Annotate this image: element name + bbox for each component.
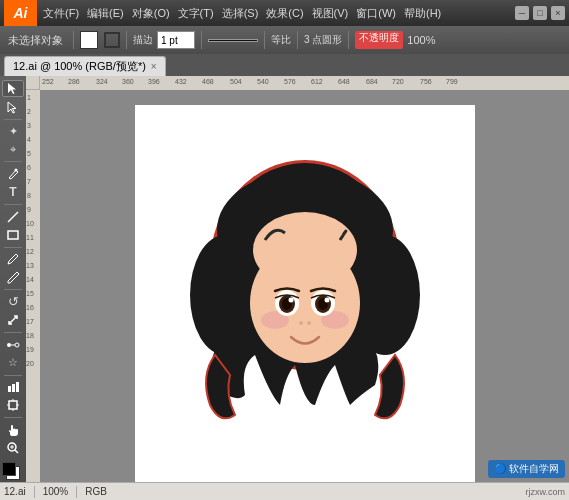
ruler-v-label-5: 6 <box>27 164 31 171</box>
minimize-button[interactable]: ─ <box>515 6 529 20</box>
toolbar-separator-3 <box>201 31 202 49</box>
tool-separator-7 <box>4 375 22 376</box>
direct-selection-tool-btn[interactable] <box>2 99 24 115</box>
chart-tool-btn[interactable] <box>2 379 24 395</box>
svg-line-3 <box>8 212 18 222</box>
ruler-v-label-2: 3 <box>27 122 31 129</box>
close-button[interactable]: × <box>551 6 565 20</box>
scale-tool-btn[interactable] <box>2 312 24 328</box>
ruler-v-label-18: 19 <box>26 346 34 353</box>
stroke-style-selector[interactable] <box>208 39 258 42</box>
brush-tool-btn[interactable] <box>2 251 24 267</box>
watermark-badge: 🔵 软件自学网 <box>488 460 565 478</box>
type-tool-btn[interactable]: T <box>2 184 24 200</box>
symbol-tool-btn[interactable]: ☆ <box>2 355 24 371</box>
selection-label: 未选择对象 <box>4 31 67 50</box>
tool-separator-2 <box>4 161 22 162</box>
menu-window[interactable]: 窗口(W) <box>356 6 396 21</box>
menu-edit[interactable]: 编辑(E) <box>87 6 124 21</box>
selection-tool-btn[interactable] <box>2 80 24 97</box>
tab-close-button[interactable]: × <box>151 61 157 72</box>
tool-separator-6 <box>4 332 22 333</box>
ruler-v-label-9: 10 <box>26 220 34 227</box>
ruler-v-label-8: 9 <box>27 206 31 213</box>
ruler-h-label-3: 360 <box>122 78 134 85</box>
pen-tool-btn[interactable] <box>2 166 24 182</box>
ruler-h-label-15: 799 <box>446 78 458 85</box>
maximize-button[interactable]: □ <box>533 6 547 20</box>
ruler-v-label-6: 7 <box>27 178 31 185</box>
hand-tool-btn[interactable] <box>2 422 24 438</box>
menu-object[interactable]: 对象(O) <box>132 6 170 21</box>
tool-separator-1 <box>4 119 22 120</box>
tab-label: 12.ai @ 100% (RGB/预览*) <box>13 59 146 74</box>
rotate-tool-btn[interactable]: ↺ <box>2 294 24 310</box>
stroke-width-input[interactable] <box>157 31 195 49</box>
svg-marker-1 <box>8 102 16 113</box>
svg-point-39 <box>307 321 311 325</box>
stroke-label: 描边 <box>133 33 153 47</box>
app-logo: Ai <box>4 0 37 26</box>
blend-tool-btn[interactable] <box>2 337 24 353</box>
status-sep-2 <box>76 486 77 498</box>
magic-wand-tool-btn[interactable]: ✦ <box>2 123 24 139</box>
ruler-row: 252 286 324 360 396 432 468 504 540 576 … <box>26 76 569 90</box>
pencil-tool-btn[interactable] <box>2 269 24 285</box>
stroke-color-btn[interactable] <box>104 32 120 48</box>
ruler-corner <box>26 76 40 90</box>
ruler-h-label-14: 756 <box>420 78 432 85</box>
toolbar-separator-4 <box>264 31 265 49</box>
ruler-v-label-13: 14 <box>26 276 34 283</box>
menu-bar[interactable]: 文件(F) 编辑(E) 对象(O) 文字(T) 选择(S) 效果(C) 视图(V… <box>37 6 515 21</box>
ruler-v-label-10: 11 <box>26 234 34 241</box>
menu-effect[interactable]: 效果(C) <box>266 6 303 21</box>
menu-help[interactable]: 帮助(H) <box>404 6 441 21</box>
ruler-v-label-15: 16 <box>26 304 34 311</box>
ruler-v-label-4: 5 <box>27 150 31 157</box>
lasso-tool-btn[interactable]: ⌖ <box>2 141 24 157</box>
ruler-h-label-7: 504 <box>230 78 242 85</box>
svg-point-5 <box>7 343 11 347</box>
tools-panel: ✦ ⌖ T ↺ <box>0 76 26 500</box>
ruler-v-label-12: 13 <box>26 262 34 269</box>
toolbar-separator-1 <box>73 31 74 49</box>
ruler-h-label-10: 612 <box>311 78 323 85</box>
ruler-v-label-14: 15 <box>26 290 34 297</box>
zoom-tool-btn[interactable] <box>2 440 24 456</box>
svg-line-17 <box>15 450 18 453</box>
fg-bg-swatches[interactable] <box>2 462 24 484</box>
menu-view[interactable]: 视图(V) <box>312 6 349 21</box>
rect-tool-btn[interactable] <box>2 227 24 243</box>
svg-point-33 <box>288 298 293 303</box>
svg-point-38 <box>299 321 303 325</box>
fill-color-btn[interactable] <box>80 31 98 49</box>
ruler-h-label-13: 720 <box>392 78 404 85</box>
ruler-v-label-17: 18 <box>26 332 34 339</box>
main-area: ✦ ⌖ T ↺ <box>0 76 569 500</box>
menu-text[interactable]: 文字(T) <box>178 6 214 21</box>
ruler-h-label-12: 684 <box>366 78 378 85</box>
ruler-v-label-7: 8 <box>27 192 31 199</box>
tool-separator-5 <box>4 289 22 290</box>
ruler-v-label-19: 20 <box>26 360 34 367</box>
title-bar: Ai 文件(F) 编辑(E) 对象(O) 文字(T) 选择(S) 效果(C) 视… <box>0 0 569 26</box>
tool-separator-3 <box>4 204 22 205</box>
ruler-h-label-0: 252 <box>42 78 54 85</box>
ruler-h-label-4: 396 <box>148 78 160 85</box>
ruler-v-label-3: 4 <box>27 136 31 143</box>
ruler-h-label-2: 324 <box>96 78 108 85</box>
svg-rect-9 <box>12 384 15 392</box>
opacity-value: 100% <box>407 34 435 46</box>
toolbar-separator-2 <box>126 31 127 49</box>
zoom-level: 100% <box>43 486 69 497</box>
artboard-tool-btn[interactable] <box>2 397 24 413</box>
line-tool-btn[interactable] <box>2 209 24 225</box>
menu-file[interactable]: 文件(F) <box>43 6 79 21</box>
svg-point-2 <box>15 168 18 171</box>
menu-select[interactable]: 选择(S) <box>222 6 259 21</box>
document-tab[interactable]: 12.ai @ 100% (RGB/预览*) × <box>4 56 166 76</box>
ruler-h-label-8: 540 <box>257 78 269 85</box>
watermark-site: 软件自学网 <box>509 463 559 474</box>
fg-swatch[interactable] <box>2 462 16 476</box>
opacity-label: 不透明度 <box>355 31 403 49</box>
